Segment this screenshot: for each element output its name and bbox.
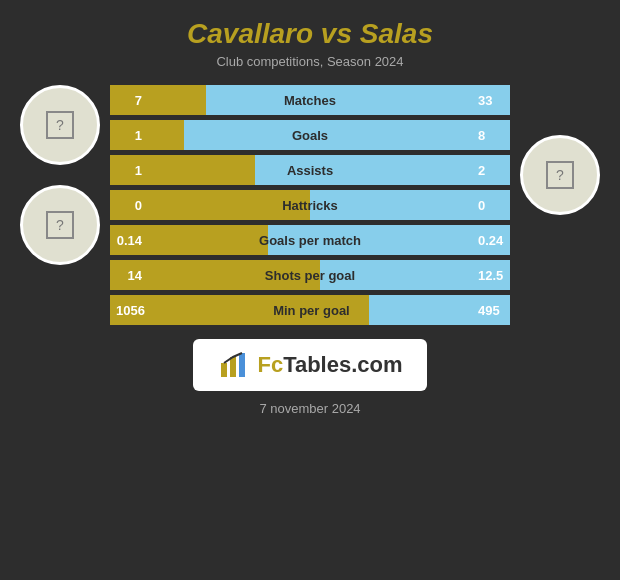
stat-left-value: 1 xyxy=(110,120,148,150)
avatar-left-bottom: ? xyxy=(20,185,100,265)
svg-rect-2 xyxy=(239,353,245,377)
logo-area: FcTables.com xyxy=(193,339,426,391)
stat-right-value: 495 xyxy=(472,295,510,325)
stat-right-value: 2 xyxy=(472,155,510,185)
stat-bar: Goals per match xyxy=(148,225,472,255)
stat-left-value: 7 xyxy=(110,85,148,115)
svg-rect-1 xyxy=(230,357,236,377)
header: Cavallaro vs Salas Club competitions, Se… xyxy=(187,0,433,75)
stat-label: Hattricks xyxy=(282,198,338,213)
stat-row: 0Hattricks0 xyxy=(110,190,510,220)
stat-row: 1056Min per goal495 xyxy=(110,295,510,325)
comparison-area: ? ? ? 7Matches331Goals81Assists20Hattric… xyxy=(20,85,600,325)
stats-container: 7Matches331Goals81Assists20Hattricks00.1… xyxy=(110,85,510,325)
avatar-right: ? xyxy=(520,135,600,215)
stat-row: 14Shots per goal12.5 xyxy=(110,260,510,290)
stat-right-value: 0 xyxy=(472,190,510,220)
stat-row: 7Matches33 xyxy=(110,85,510,115)
stat-row: 0.14Goals per match0.24 xyxy=(110,225,510,255)
subtitle: Club competitions, Season 2024 xyxy=(187,54,433,69)
stat-right-value: 8 xyxy=(472,120,510,150)
stat-left-value: 1056 xyxy=(110,295,151,325)
stat-row: 1Assists2 xyxy=(110,155,510,185)
logo-text: FcTables.com xyxy=(257,352,402,378)
stat-left-value: 14 xyxy=(110,260,148,290)
stat-bar: Goals xyxy=(148,120,472,150)
stat-bar: Matches xyxy=(148,85,472,115)
stat-left-value: 1 xyxy=(110,155,148,185)
stat-bar: Min per goal xyxy=(151,295,472,325)
page-title: Cavallaro vs Salas xyxy=(187,18,433,50)
stat-right-value: 0.24 xyxy=(472,225,510,255)
svg-rect-0 xyxy=(221,363,227,377)
stat-label: Matches xyxy=(284,93,336,108)
stat-label: Assists xyxy=(287,163,333,178)
stat-left-value: 0 xyxy=(110,190,148,220)
fctables-icon xyxy=(217,349,249,381)
stat-right-value: 33 xyxy=(472,85,510,115)
stat-label: Goals xyxy=(292,128,328,143)
stat-left-value: 0.14 xyxy=(110,225,148,255)
avatar-left-top: ? xyxy=(20,85,100,165)
date-text: 7 november 2024 xyxy=(259,401,360,416)
player-icon-right: ? xyxy=(546,161,574,189)
stat-label: Shots per goal xyxy=(265,268,355,283)
stat-right-value: 12.5 xyxy=(472,260,510,290)
stat-bar: Hattricks xyxy=(148,190,472,220)
player-icon-left-top: ? xyxy=(46,111,74,139)
player-icon-left-bottom: ? xyxy=(46,211,74,239)
stat-label: Min per goal xyxy=(273,303,350,318)
stat-label: Goals per match xyxy=(259,233,361,248)
stat-bar: Assists xyxy=(148,155,472,185)
stat-bar: Shots per goal xyxy=(148,260,472,290)
stat-row: 1Goals8 xyxy=(110,120,510,150)
